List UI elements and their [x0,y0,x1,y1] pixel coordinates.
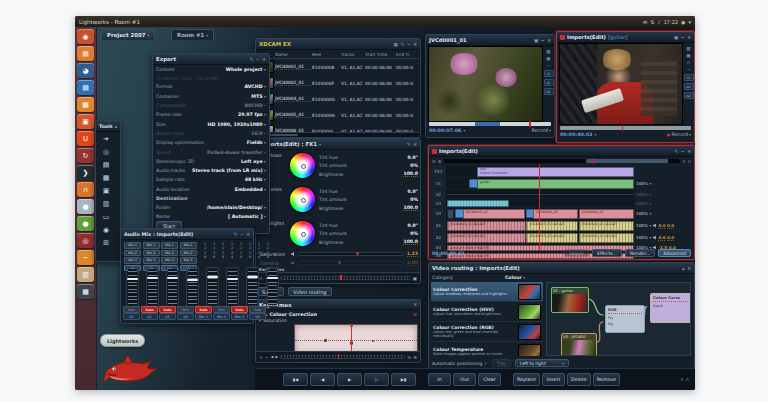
racks-tool-icon[interactable]: ▦ [96,171,116,184]
add-keyframe-icon[interactable]: + [259,355,263,360]
edit-icon[interactable]: ✎ [249,57,253,62]
fader-mix1[interactable] [206,267,219,307]
export-row-framerate[interactable]: Frame rate 29.97 fps▾ [153,110,269,119]
midtones-colour-wheel[interactable] [290,187,315,212]
export-row-format[interactable]: Format AVCHD▾ [153,82,269,91]
power-menu-icon[interactable]: ▾ [688,19,691,25]
mark-out-button[interactable]: Out [453,373,476,386]
timeline-playhead[interactable] [539,164,540,250]
edit-icon[interactable]: ✎ [400,42,404,47]
fader-lr[interactable] [266,267,279,307]
bin-scrollbar[interactable] [256,132,420,137]
level-v2[interactable]: 100%▾ [634,190,692,198]
tile-icon[interactable]: ▣ [546,56,550,61]
collapse-icon[interactable]: ▴ [115,124,117,129]
node-v1-guitar[interactable]: V1 : guitar [551,287,589,313]
gamma-slider[interactable] [298,261,404,266]
export-row-stereoscopic[interactable]: Stereoscopic 3D Left eye▾ [153,157,269,166]
delete-button[interactable]: Delete [567,373,591,386]
export-row-display-optimisation[interactable]: Display optimisation Fields▾ [153,138,269,147]
reset-icon[interactable] [291,252,295,256]
network-icon[interactable]: ⇅ [650,19,654,25]
route-button[interactable]: Mix 3 [143,257,160,264]
audio-clip[interactable]: JVCd0006_01 (A1,A2) [579,221,634,231]
print-tool-icon[interactable]: ▥ [96,197,116,210]
node-v4-clip[interactable]: V4 : JVCd00 [561,333,597,356]
close-icon[interactable]: ✕ [687,266,691,271]
speaker-icon[interactable] [653,224,657,228]
unjoin-button[interactable]: Unjoin [564,249,589,257]
source-viewer-header[interactable]: JVCd0001_01 ▣ − ✕ [426,35,554,46]
remove-keyframe-icon[interactable]: − [265,355,269,360]
launcher-chat[interactable]: ● [77,216,94,231]
export-row-size[interactable]: Size HD 1080, 1920x1080▾ [153,119,269,128]
lane-a2[interactable]: JVCd0001_01 (A1,A2) JVCd0003_01 (A1,A2) … [447,232,634,243]
route-button[interactable]: Mix 1 [161,242,178,249]
track-chip-v1[interactable]: V1 [684,74,694,81]
port-input[interactable]: Input [651,303,690,308]
bin-header[interactable]: XDCAM EX ▦ ✎ − ✕ [256,39,420,50]
level-a1[interactable]: 100%▾ 0.0 0.0 [634,220,692,231]
export-row-folder[interactable]: Folder /home/slain/Desktop/▾ [153,203,269,212]
track-chip-a2[interactable]: A2 [544,88,554,95]
zoom-in-icon[interactable]: ⊕ [438,159,442,164]
launcher-files[interactable]: ▤ [77,46,94,61]
minimize-icon[interactable]: − [256,57,260,62]
video-clip[interactable]: JVCd0006_01 [579,209,634,219]
export-row-audio-location[interactable]: Audio location Embedded▾ [153,185,269,194]
record-mode-label[interactable]: Record [672,132,689,137]
effect-item-colour-correction-hsv[interactable]: Colour Correction (HSV) Adjust hue, satu… [431,302,543,322]
node-dve[interactable]: DVE Fg Bg [605,305,645,333]
saturation-slider[interactable] [298,252,404,257]
close-icon[interactable]: ✕ [413,302,417,307]
close-icon[interactable]: ✕ [246,232,250,237]
close-icon[interactable]: ✕ [262,57,266,62]
keyframes-param-row[interactable]: ▾ Saturation [256,318,420,323]
next-keyframe-icon[interactable]: ▶ [275,355,278,359]
record-video-frame[interactable] [559,43,683,125]
chevron-down-icon[interactable]: ▾ [594,132,596,137]
col-start[interactable]: Start Time [364,50,395,59]
keyframe-scrubber[interactable] [280,355,405,360]
level-v4[interactable]: 100%▾ [634,208,692,219]
lane-fx1[interactable]: DVE Colour Correction [447,166,634,177]
route-button[interactable]: Mix 1 [124,242,141,249]
view-mode-icon[interactable]: ▦ [394,42,398,47]
effect-item-colour-temperature[interactable]: Colour Temperature Make images appear wa… [431,342,543,356]
bin-row[interactable]: JVCd0001_01 E1030008 V1, A1,A2 00:00:06:… [256,59,420,75]
launcher-settings[interactable]: ↻ [77,148,94,163]
keyframe-graph[interactable] [294,324,418,354]
launcher-impress[interactable]: ▦ [77,97,94,112]
launcher-terminal[interactable]: ❯ [77,165,94,180]
export-panel-header[interactable]: Export ✎ − ✕ [153,54,269,65]
clock[interactable]: 17:22 [664,19,678,25]
solo-a4[interactable]: Solo [177,306,194,313]
keyframes-header[interactable]: Keyframes ✕ [256,300,420,310]
close-icon[interactable]: ✕ [413,42,417,47]
advanced-button[interactable]: Advanced [658,249,691,257]
zoom-out-icon[interactable]: ⊖ [407,355,411,360]
timeline-overview-bar[interactable] [444,159,681,163]
mail-icon[interactable]: ✉ [643,19,647,25]
colour-tool-icon[interactable]: ◉ [96,223,116,236]
launcher-image-viewer[interactable]: ▦ [77,284,94,299]
step-forward-button[interactable]: ▷ [364,373,389,386]
fader-a1[interactable] [126,267,139,307]
expand-icon[interactable]: ▣ [413,276,417,281]
edit-icon[interactable]: ✎ [674,149,678,154]
lane-v3[interactable] [447,199,634,207]
route-button[interactable]: Mix 3 [161,257,178,264]
route-button[interactable]: Mix 2 [180,250,197,257]
launcher-archive[interactable]: ▥ [77,267,94,282]
bins-tool-icon[interactable]: ▤ [96,158,116,171]
sound-icon[interactable]: ♪ [657,19,660,25]
fader-a3[interactable] [166,267,179,307]
tab-room-1[interactable]: Room #1▾ [171,29,214,40]
fader-a2[interactable] [146,267,159,307]
headphones-icon[interactable]: ∩ [687,60,690,65]
timeline-timecode[interactable]: 00:00:40.03 [432,251,464,256]
record-timecode[interactable]: 00:00:40.03 [560,132,592,137]
speaker-icon[interactable] [653,236,657,240]
minimize-icon[interactable]: − [681,35,685,40]
launcher-firefox[interactable]: ◕ [77,63,94,78]
